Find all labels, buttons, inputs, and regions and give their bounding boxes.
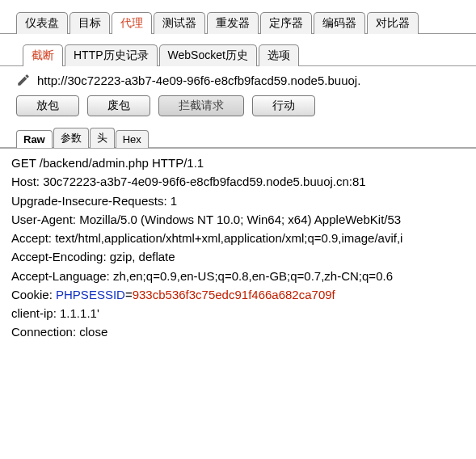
- cookie-key: PHPSESSID: [56, 288, 125, 301]
- request-url: http://30c72223-a3b7-4e09-96f6-e8cfb9fac…: [37, 74, 360, 87]
- sub-tab-http-history[interactable]: HTTP历史记录: [65, 44, 158, 66]
- header-connection: Connection: close: [11, 322, 468, 341]
- url-row: http://30c72223-a3b7-4e09-96f6-e8cfb9fac…: [0, 66, 476, 91]
- forward-button[interactable]: 放包: [16, 95, 79, 116]
- header-cookie: Cookie: PHPSESSID=933cb536f3c75edc91f466…: [11, 285, 468, 304]
- main-tab-bar: 仪表盘 目标 代理 测试器 重发器 定序器 编码器 对比器: [0, 5, 476, 34]
- edit-icon[interactable]: [16, 73, 31, 87]
- tab-comparer[interactable]: 对比器: [367, 12, 419, 34]
- action-button[interactable]: 行动: [252, 95, 315, 116]
- request-line: GET /backend/admin.php HTTP/1.1: [11, 154, 468, 172]
- cookie-value: 933cb536f3c75edc91f466a682ca709f: [133, 288, 335, 301]
- header-user-agent: User-Agent: Mozilla/5.0 (Windows NT 10.0…: [11, 210, 468, 229]
- header-accept-encoding: Accept-Encoding: gzip, deflate: [11, 247, 468, 266]
- tab-repeater[interactable]: 重发器: [207, 12, 259, 34]
- tab-decoder[interactable]: 编码器: [314, 12, 365, 34]
- tab-dashboard[interactable]: 仪表盘: [16, 12, 68, 34]
- view-tab-hex[interactable]: Hex: [116, 130, 149, 148]
- header-accept-language: Accept-Language: zh,en;q=0.9,en-US;q=0.8…: [11, 267, 468, 285]
- message-view-tab-bar: Raw 参数 头 Hex: [0, 124, 476, 149]
- sub-tab-intercept[interactable]: 截断: [23, 44, 63, 66]
- tab-proxy[interactable]: 代理: [112, 12, 152, 34]
- tab-sequencer[interactable]: 定序器: [260, 12, 312, 34]
- proxy-sub-tab-bar: 截断 HTTP历史记录 WebSocket历史 选项: [0, 39, 476, 66]
- intercept-toggle-button[interactable]: 拦截请求: [158, 95, 244, 116]
- header-upgrade-insecure: Upgrade-Insecure-Requests: 1: [11, 192, 468, 210]
- header-client-ip: client-ip: 1.1.1.1': [11, 304, 468, 322]
- sub-tab-websocket-history[interactable]: WebSocket历史: [159, 44, 257, 66]
- tab-target[interactable]: 目标: [70, 12, 110, 34]
- header-host: Host: 30c72223-a3b7-4e09-96f6-e8cfb9facd…: [11, 172, 468, 191]
- drop-button[interactable]: 废包: [87, 95, 150, 116]
- intercept-button-row: 放包 废包 拦截请求 行动: [0, 91, 476, 121]
- view-tab-params[interactable]: 参数: [53, 128, 89, 148]
- view-tab-raw[interactable]: Raw: [16, 130, 53, 148]
- tab-intruder[interactable]: 测试器: [154, 12, 205, 34]
- header-accept: Accept: text/html,application/xhtml+xml,…: [11, 229, 468, 247]
- raw-request-editor[interactable]: GET /backend/admin.php HTTP/1.1 Host: 30…: [0, 149, 476, 350]
- view-tab-headers[interactable]: 头: [90, 128, 115, 148]
- sub-tab-options[interactable]: 选项: [259, 44, 299, 66]
